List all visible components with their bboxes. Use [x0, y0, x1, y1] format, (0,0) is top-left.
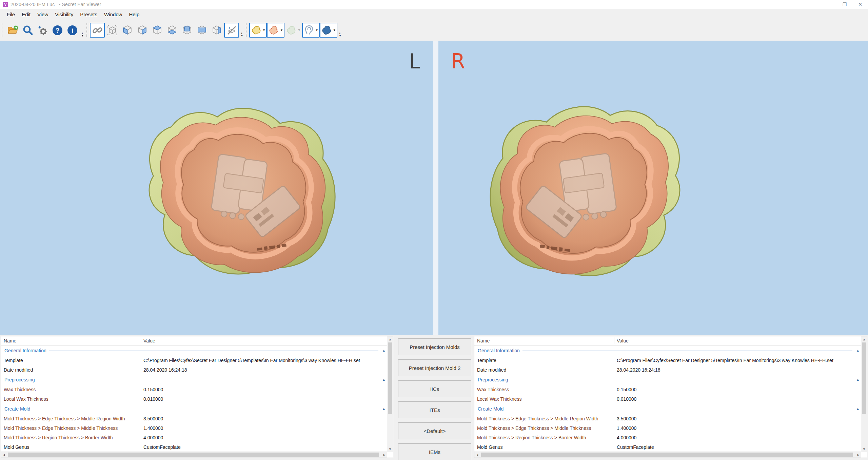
settings-gear-button[interactable] [35, 23, 50, 38]
cube-side-button[interactable] [209, 23, 224, 38]
scroll-down-icon[interactable]: ▼ [861, 446, 867, 452]
preset-button-preset-injection-mold-2[interactable]: Preset Injection Mold 2 [398, 359, 471, 376]
property-row[interactable]: Mold Thickness > Edge Thickness > Middle… [474, 414, 861, 423]
horizontal-scrollbar[interactable]: ◄► [474, 452, 861, 458]
column-header-name[interactable]: Name [477, 338, 490, 343]
collapse-arrow-icon[interactable]: ▲ [382, 349, 386, 352]
property-row[interactable]: Local Wax Thickness0.010000 [1, 394, 387, 404]
toolbar-overflow-button[interactable]: ▪▾ [240, 22, 244, 39]
section-header-row[interactable]: Create Mold▲ [474, 404, 861, 414]
collapse-arrow-icon[interactable]: ▲ [856, 349, 860, 352]
property-row[interactable]: Mold Thickness > Edge Thickness > Middle… [1, 414, 387, 423]
property-row[interactable]: Mold Thickness > Region Thickness > Bord… [474, 433, 861, 442]
toolbar-overflow-button[interactable]: ▪▾ [338, 22, 342, 39]
column-divider[interactable] [141, 337, 141, 344]
cube-right-button[interactable] [135, 23, 150, 38]
toolbar-overflow-button[interactable]: ▪▾ [80, 22, 85, 39]
column-header-value[interactable]: Value [617, 338, 629, 343]
property-row[interactable]: Wax Thickness0.150000 [1, 385, 387, 394]
vertical-scroll-thumb[interactable] [862, 342, 866, 414]
section-title: Create Mold [478, 406, 504, 412]
close-button[interactable]: ✕ [852, 0, 868, 9]
vertical-scrollbar[interactable]: ▲▼ [861, 336, 867, 452]
dropdown-arrow-icon[interactable]: ▼ [262, 28, 265, 32]
collapse-arrow-icon[interactable]: ▲ [382, 407, 386, 411]
scroll-down-icon[interactable]: ▼ [387, 446, 393, 452]
search-button[interactable] [20, 23, 35, 38]
vertical-scrollbar[interactable]: ▲▼ [387, 336, 393, 452]
preset-button-ites[interactable]: ITEs [398, 401, 471, 418]
preset-button-iems[interactable]: IEMs [398, 443, 471, 460]
solid-blue-button[interactable]: ▼ [320, 23, 337, 38]
section-header-row[interactable]: General Information▲ [1, 346, 387, 356]
property-row[interactable]: Date modified28.04.2020 16:24:18 [1, 365, 387, 375]
scroll-left-icon[interactable]: ◄ [474, 452, 480, 458]
preset-button-default[interactable]: <Default> [398, 422, 471, 439]
cube-top-button[interactable] [150, 23, 164, 38]
cube-front-icon [196, 25, 208, 36]
menu-item-file[interactable]: File [3, 10, 18, 19]
no-cut-plane-button[interactable] [224, 23, 239, 38]
scroll-up-icon[interactable]: ▲ [387, 336, 393, 342]
property-row[interactable]: Mold Thickness > Edge Thickness > Middle… [1, 423, 387, 433]
property-row[interactable]: Mold GenusCustomFaceplate [1, 442, 387, 452]
help-button[interactable]: ? [50, 23, 65, 38]
shell-yellow-button[interactable]: ▼ [249, 23, 267, 38]
section-header-row[interactable]: Create Mold▲ [1, 404, 387, 414]
menu-item-window[interactable]: Window [101, 10, 125, 19]
cube-front-button[interactable] [194, 23, 209, 38]
property-row[interactable]: TemplateC:\Program Files\Cyfex\Secret Ea… [1, 356, 387, 365]
property-row[interactable]: Mold GenusCustomFaceplate [474, 442, 861, 452]
scroll-left-icon[interactable]: ◄ [1, 452, 7, 458]
collapse-arrow-icon[interactable]: ▲ [382, 378, 386, 381]
menu-item-view[interactable]: View [34, 10, 52, 19]
section-header-row[interactable]: Preprocessing▲ [1, 375, 387, 385]
section-header-row[interactable]: General Information▲ [474, 346, 861, 356]
cube-fit-button[interactable] [105, 23, 120, 38]
cube-bottom-button[interactable] [164, 23, 179, 38]
preset-button-preset-injection-molds[interactable]: Preset Injection Molds [398, 338, 471, 355]
section-header-row[interactable]: Preprocessing▲ [474, 375, 861, 385]
property-row[interactable]: Mold Thickness > Region Thickness > Bord… [1, 433, 387, 442]
column-header-name[interactable]: Name [4, 338, 16, 343]
toolbar: ?i▪▾▪▾▼▼▼▼▼▪▾ [0, 20, 868, 41]
menu-item-presets[interactable]: Presets [77, 10, 101, 19]
property-row[interactable]: Date modified28.04.2020 16:24:18 [474, 365, 861, 375]
menu-item-edit[interactable]: Edit [18, 10, 34, 19]
dropdown-arrow-icon[interactable]: ▼ [298, 28, 301, 32]
table-content: NameValueGeneral Information▲TemplateC:\… [1, 336, 387, 452]
cube-left-button[interactable] [120, 23, 135, 38]
property-row[interactable]: Local Wax Thickness0.010000 [474, 394, 861, 404]
link-views-button[interactable] [90, 23, 105, 38]
menu-item-visibility[interactable]: Visibility [52, 10, 77, 19]
mold-orange-button[interactable]: ▼ [267, 23, 284, 38]
column-header-value[interactable]: Value [143, 338, 155, 343]
open-folder-button[interactable] [5, 23, 20, 38]
restore-button[interactable]: ❐ [837, 0, 852, 9]
horizontal-scroll-thumb[interactable] [481, 453, 853, 457]
property-row[interactable]: Wax Thickness0.150000 [474, 385, 861, 394]
horizontal-scrollbar[interactable]: ◄► [1, 452, 387, 458]
scroll-up-icon[interactable]: ▲ [861, 336, 867, 342]
svg-text:?: ? [55, 26, 59, 34]
dropdown-arrow-icon[interactable]: ▼ [280, 28, 283, 32]
property-row[interactable]: TemplateC:\Program Files\Cyfex\Secret Ea… [474, 356, 861, 365]
info-button[interactable]: i [65, 23, 80, 38]
scroll-right-icon[interactable]: ► [855, 452, 861, 458]
preset-button-iics[interactable]: IICs [398, 380, 471, 397]
toolbar-grip [86, 23, 88, 37]
ear-model-left [125, 75, 342, 310]
horizontal-scroll-thumb[interactable] [8, 453, 379, 457]
column-divider[interactable] [614, 337, 614, 344]
cube-back-button[interactable] [179, 23, 194, 38]
property-row[interactable]: Mold Thickness > Edge Thickness > Middle… [474, 423, 861, 433]
collapse-arrow-icon[interactable]: ▲ [856, 407, 860, 411]
minimize-button[interactable]: – [821, 0, 837, 9]
dropdown-arrow-icon[interactable]: ▼ [315, 28, 318, 32]
collapse-arrow-icon[interactable]: ▲ [856, 378, 860, 381]
vertical-scroll-thumb[interactable] [388, 342, 392, 414]
scroll-right-icon[interactable]: ► [381, 452, 387, 458]
ear-outline-button[interactable]: ▼ [302, 23, 320, 38]
menu-item-help[interactable]: Help [125, 10, 143, 19]
dropdown-arrow-icon[interactable]: ▼ [333, 28, 336, 32]
